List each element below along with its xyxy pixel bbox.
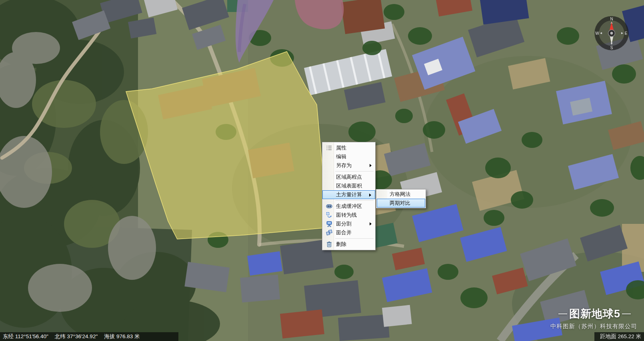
- menu-item-label: 区域表面积: [336, 182, 362, 189]
- status-distance-to-ground: 距地面 265.22 米: [600, 333, 641, 340]
- app-watermark-title: —图新地球5—: [557, 307, 633, 321]
- menu-item-polygon-split[interactable]: 面分割: [322, 219, 375, 228]
- menu-item-label: 删除: [336, 241, 346, 248]
- split-icon: [325, 221, 334, 227]
- earthwork-submenu: 方格网法 两期对比: [376, 189, 426, 208]
- submenu-arrow-icon: [370, 222, 372, 225]
- submenu-arrow-icon: [369, 193, 371, 197]
- menu-item-delete[interactable]: 删除: [322, 240, 375, 249]
- menu-item-label: 另存为: [336, 162, 352, 169]
- menu-item-polygon-to-line[interactable]: 面转为线: [322, 211, 375, 219]
- app-name: 图新地球5: [569, 308, 620, 320]
- menu-item-label: 面转为线: [336, 211, 357, 219]
- menu-item-label: 属性: [336, 144, 346, 152]
- status-altitude: 海拔 976.83 米: [104, 333, 140, 340]
- menu-item-properties[interactable]: 属性: [322, 144, 375, 152]
- status-longitude: 东经 112°51'56.40": [3, 333, 48, 340]
- submenu-item-label: 方格网法: [390, 191, 410, 198]
- merge-icon: [325, 229, 334, 236]
- submenu-icon-strip: [377, 190, 387, 199]
- compass-east-label: E: [625, 31, 628, 36]
- menu-item-label: 区域高程点: [336, 173, 362, 181]
- compass-west-label: W: [595, 31, 599, 36]
- application-window: N E S W: [0, 0, 644, 341]
- menu-item-region-surface-area[interactable]: 区域表面积: [322, 181, 375, 190]
- submenu-arrow-icon: [370, 164, 372, 167]
- menu-item-polygon-merge[interactable]: 面合并: [322, 228, 375, 237]
- menu-item-region-elevation-points[interactable]: 区域高程点: [322, 173, 375, 181]
- menu-separator: [335, 238, 374, 239]
- buffer-icon: [325, 203, 334, 209]
- context-menu: 属性 编辑 另存为 区域高程点 区域表面积 土方量计算: [322, 142, 376, 250]
- menu-item-label: 土方量计算: [336, 191, 362, 198]
- menu-item-earthwork-calculation[interactable]: 土方量计算: [322, 190, 375, 199]
- menu-item-label: 生成缓冲区: [336, 203, 362, 210]
- status-bar-coordinates: 东经 112°51'56.40" 北纬 37°36'24.92" 海拔 976.…: [0, 332, 178, 341]
- watermark-dash-left: —: [557, 308, 569, 318]
- menu-item-label: 面分割: [336, 220, 352, 227]
- menu-separator: [335, 200, 374, 201]
- submenu-item-two-phase-compare[interactable]: 两期对比: [377, 199, 425, 207]
- app-watermark-company: 中科图新（苏州）科技有限公司: [550, 323, 637, 330]
- menu-item-label: 面合并: [336, 229, 352, 236]
- compass-north-label: N: [610, 17, 613, 21]
- compass-south-label: S: [610, 46, 613, 50]
- status-bar-camera-height: 距地面 265.22 米: [594, 332, 644, 341]
- menu-item-edit[interactable]: 编辑: [322, 152, 375, 161]
- status-latitude: 北纬 37°36'24.92": [55, 333, 98, 340]
- submenu-item-grid-method[interactable]: 方格网法: [377, 190, 425, 199]
- menu-item-generate-buffer[interactable]: 生成缓冲区: [322, 202, 375, 211]
- polygon-to-line-icon: [325, 212, 334, 218]
- trash-icon: [325, 241, 334, 247]
- compass[interactable]: N E S W: [594, 15, 630, 51]
- menu-item-label: 编辑: [336, 153, 346, 160]
- watermark-dash-right: —: [620, 308, 633, 318]
- menu-item-save-as[interactable]: 另存为: [322, 161, 375, 170]
- menu-separator: [335, 171, 374, 171]
- submenu-item-label: 两期对比: [390, 199, 410, 207]
- properties-list-icon: [325, 145, 334, 151]
